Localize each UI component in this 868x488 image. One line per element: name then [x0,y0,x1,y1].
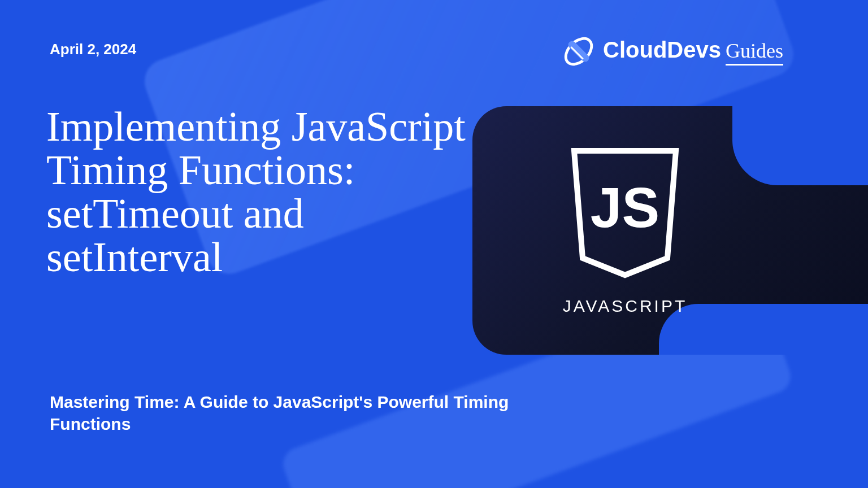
brand-name: CloudDevs [603,37,721,63]
technology-card: JS JAVASCRIPT [472,106,868,355]
technology-label: JAVASCRIPT [563,297,688,316]
page-title: Implementing JavaScript Timing Functions… [46,105,476,279]
javascript-shield-icon: JS [563,145,687,286]
brand-logo: CloudDevs Guides [562,35,783,68]
brand-suffix: Guides [726,39,783,66]
publish-date: April 2, 2024 [50,41,136,58]
svg-text:JS: JS [591,176,659,239]
page-subtitle: Mastering Time: A Guide to JavaScript's … [50,391,530,435]
clouddevs-icon [562,35,595,68]
brand-text: CloudDevs Guides [603,37,783,66]
